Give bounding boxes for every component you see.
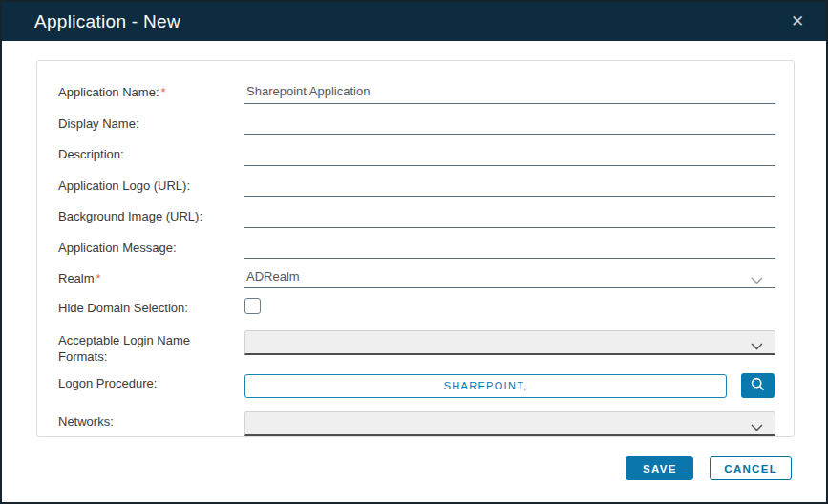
form-row-display-name: Display Name: (58, 114, 775, 136)
form-row-application-logo: Application Logo (URL): (58, 176, 775, 198)
dialog-footer: SAVE CANCEL (626, 456, 792, 480)
background-image-label: Background Image (URL): (58, 206, 244, 224)
logon-procedure-search-button[interactable] (741, 373, 775, 398)
form-panel: Application Name:* Display Name: Descrip… (36, 60, 795, 437)
form-row-realm: Realm* ADRealm (58, 268, 775, 288)
save-button[interactable]: SAVE (626, 456, 693, 480)
logon-procedure-value: SHAREPOINT, (444, 380, 528, 391)
form-row-hide-domain: Hide Domain Selection: (58, 298, 775, 318)
logon-procedure-label: Logon Procedure: (58, 373, 244, 391)
chevron-down-icon (751, 273, 763, 287)
form-row-networks: Networks: (58, 411, 775, 436)
application-logo-label: Application Logo (URL): (58, 176, 244, 194)
application-logo-input[interactable] (244, 177, 775, 197)
cancel-button[interactable]: CANCEL (710, 456, 792, 480)
login-formats-label: Acceptable Login Name Formats: (58, 330, 244, 365)
required-mark: * (161, 85, 166, 99)
chevron-down-icon (751, 420, 763, 434)
hide-domain-label: Hide Domain Selection: (58, 298, 244, 316)
networks-dropdown[interactable] (244, 411, 775, 436)
hide-domain-checkbox[interactable] (244, 298, 261, 314)
form-row-application-message: Application Message: (58, 238, 775, 260)
search-icon (750, 376, 766, 395)
form-row-description: Description: (58, 144, 775, 166)
dialog-header: Application - New ✕ (2, 2, 826, 41)
form-row-background-image: Background Image (URL): (58, 206, 775, 228)
form-row-logon-procedure: Logon Procedure: SHAREPOINT, (58, 373, 775, 398)
realm-value: ADRealm (246, 269, 300, 284)
form-row-application-name: Application Name:* (58, 82, 775, 104)
chevron-down-icon (751, 339, 763, 353)
logon-procedure-field[interactable]: SHAREPOINT, (244, 374, 727, 398)
background-image-input[interactable] (244, 208, 775, 228)
realm-dropdown[interactable]: ADRealm (244, 268, 775, 288)
description-input[interactable] (244, 146, 775, 166)
dialog-title: Application - New (34, 11, 180, 32)
application-message-label: Application Message: (58, 238, 244, 256)
close-button[interactable]: ✕ (784, 9, 811, 35)
application-message-input[interactable] (244, 239, 775, 259)
login-formats-dropdown[interactable] (244, 330, 775, 355)
networks-label: Networks: (58, 411, 244, 430)
realm-label: Realm* (58, 268, 244, 286)
required-mark: * (96, 271, 101, 285)
application-name-input[interactable] (244, 84, 775, 104)
description-label: Description: (58, 144, 244, 162)
form-row-login-formats: Acceptable Login Name Formats: (58, 330, 775, 365)
display-name-label: Display Name: (58, 114, 244, 132)
display-name-input[interactable] (244, 115, 775, 135)
close-icon: ✕ (791, 12, 804, 31)
application-name-label: Application Name:* (58, 82, 244, 100)
